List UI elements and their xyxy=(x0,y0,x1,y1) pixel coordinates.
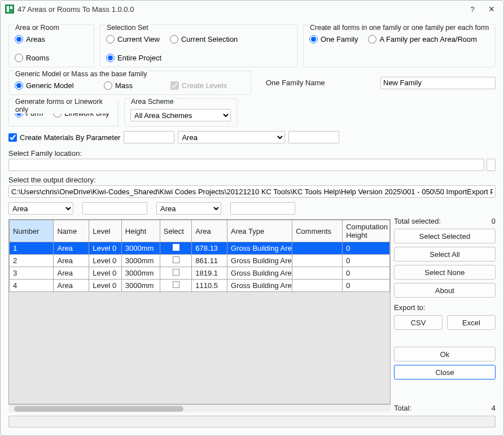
table-cell: Level 0 xyxy=(89,267,122,280)
radio-per-each[interactable]: A Family per each Area/Room xyxy=(368,35,477,43)
column-header[interactable]: Number xyxy=(10,220,54,242)
table-cell: Gross Building Area xyxy=(227,280,292,292)
radio-current-selection[interactable]: Current Selection xyxy=(170,35,238,43)
table-cell xyxy=(160,280,192,292)
table-row[interactable]: 3AreaLevel 03000mm1819.1Gross Building A… xyxy=(10,267,390,280)
column-header[interactable]: Comments xyxy=(292,220,343,242)
table-cell: Level 0 xyxy=(89,255,122,267)
row-checkbox[interactable] xyxy=(173,269,179,276)
radio-areas[interactable]: Areas xyxy=(15,35,45,43)
label-output-directory: Select the output directory: xyxy=(8,176,496,184)
radio-generic-model[interactable]: Generic Model xyxy=(15,81,94,90)
column-header[interactable]: Level xyxy=(89,220,122,242)
radio-mass[interactable]: Mass xyxy=(104,81,160,90)
label-export-to: Export to: xyxy=(394,303,496,312)
checkbox-create-levels-label: Create Levels xyxy=(182,81,227,90)
table-cell: 1819.1 xyxy=(192,267,227,280)
data-table[interactable]: NumberNameLevelHeightSelectAreaArea Type… xyxy=(8,219,391,404)
input-output-directory[interactable] xyxy=(8,185,496,198)
side-panel: Total selected: 0 Select Selected Select… xyxy=(391,217,496,412)
table-cell: 861.11 xyxy=(192,255,227,267)
table-cell: 4 xyxy=(10,280,54,292)
group-label-forms-linework: Generate forms or Linework only xyxy=(14,98,118,114)
radio-current-selection-label: Current Selection xyxy=(181,35,238,43)
row-checkbox[interactable] xyxy=(173,281,179,288)
radio-rooms-label: Rooms xyxy=(26,54,49,62)
group-area-scheme: Area Scheme All Area Schemes xyxy=(124,98,237,127)
table-cell: Area xyxy=(54,242,89,255)
select-area-scheme[interactable]: All Area Schemes xyxy=(130,109,231,121)
row-checkbox[interactable] xyxy=(173,256,179,263)
select-selected-button[interactable]: Select Selected xyxy=(394,229,496,243)
input-filter-1[interactable] xyxy=(82,202,147,215)
radio-mass-label: Mass xyxy=(115,81,133,90)
radio-per-each-label: A Family per each Area/Room xyxy=(379,35,477,43)
export-csv-button[interactable]: CSV xyxy=(394,315,442,330)
table-row[interactable]: 4AreaLevel 03000mm1110.5Gross Building A… xyxy=(10,280,390,292)
radio-areas-label: Areas xyxy=(26,35,45,43)
progress-bar xyxy=(8,416,496,428)
export-excel-button[interactable]: Excel xyxy=(447,315,496,330)
radio-rooms[interactable]: Rooms xyxy=(15,54,49,62)
svg-rect-1 xyxy=(10,6,12,9)
table-cell: 1110.5 xyxy=(192,280,227,292)
group-label-area-or-room: Area or Room xyxy=(14,24,61,32)
radio-current-view-label: Current View xyxy=(117,35,160,43)
content: Area or Room Areas Rooms Selection Set C… xyxy=(1,18,503,435)
select-none-button[interactable]: Select None xyxy=(394,265,496,280)
table-cell xyxy=(160,255,192,267)
column-header[interactable]: Area Type xyxy=(227,220,292,242)
input-material-1[interactable] xyxy=(124,131,174,143)
table-cell: 2 xyxy=(10,255,54,267)
select-filter-1[interactable]: Area xyxy=(8,202,73,215)
input-material-2[interactable] xyxy=(288,131,339,143)
about-button[interactable]: About xyxy=(394,283,496,298)
group-forms-or-linework: Generate forms or Linework only Form Lin… xyxy=(8,98,119,127)
column-header[interactable]: Height xyxy=(121,220,160,242)
ok-button[interactable]: Ok xyxy=(394,347,496,361)
app-icon xyxy=(5,5,14,14)
table-cell: 3000mm xyxy=(121,242,160,255)
help-button[interactable]: ? xyxy=(463,1,482,17)
group-label-selection-set: Selection Set xyxy=(105,24,150,32)
table-cell xyxy=(292,242,343,255)
checkbox-create-materials[interactable]: Create Materials By Parameter xyxy=(8,133,120,142)
select-all-button[interactable]: Select All xyxy=(394,247,496,261)
input-family-location[interactable] xyxy=(8,159,484,171)
radio-current-view[interactable]: Current View xyxy=(106,35,160,43)
table-row[interactable]: 1AreaLevel 03000mm678.13Gross Building A… xyxy=(10,242,390,255)
group-label-create-all: Create all forms in one family or one fa… xyxy=(308,24,491,32)
table-cell: Gross Building Area xyxy=(227,255,292,267)
row-checkbox[interactable] xyxy=(173,244,179,251)
table-row[interactable]: 2AreaLevel 03000mm861.11Gross Building A… xyxy=(10,255,390,267)
table-cell: Area xyxy=(54,267,89,280)
table-cell: 0 xyxy=(343,267,390,280)
close-button[interactable]: Close xyxy=(394,365,496,380)
table-horizontal-scrollbar[interactable] xyxy=(8,404,391,412)
table-cell xyxy=(160,242,192,255)
table-cell xyxy=(292,255,343,267)
checkbox-create-materials-label: Create Materials By Parameter xyxy=(20,133,120,142)
table-cell: 3 xyxy=(10,267,54,280)
column-header[interactable]: Area xyxy=(192,220,227,242)
column-header[interactable]: Computation Height xyxy=(343,220,390,242)
radio-entire-project-label: Entire Project xyxy=(117,54,161,62)
select-filter-2[interactable]: Area xyxy=(156,202,221,215)
table-cell: Gross Building Area xyxy=(227,242,292,255)
column-header[interactable]: Select xyxy=(160,220,192,242)
table-cell: 3000mm xyxy=(121,280,160,292)
table-cell: 0 xyxy=(343,242,390,255)
column-header[interactable]: Name xyxy=(54,220,89,242)
radio-entire-project[interactable]: Entire Project xyxy=(106,54,161,62)
table-cell: Level 0 xyxy=(89,242,122,255)
table-cell xyxy=(160,267,192,280)
titlebar: 47 Areas or Rooms To Mass 1.0.0.0 ? × xyxy=(1,1,503,18)
input-filter-2[interactable] xyxy=(230,202,295,215)
checkbox-create-levels: Create Levels xyxy=(170,81,227,90)
browse-family-location-button[interactable] xyxy=(487,159,496,171)
window-close-button[interactable]: × xyxy=(482,1,501,17)
select-material-param[interactable]: Area xyxy=(178,131,285,143)
value-total-selected: 0 xyxy=(492,217,496,225)
input-one-family-name[interactable] xyxy=(380,77,496,89)
radio-one-family[interactable]: One Family xyxy=(309,35,358,43)
